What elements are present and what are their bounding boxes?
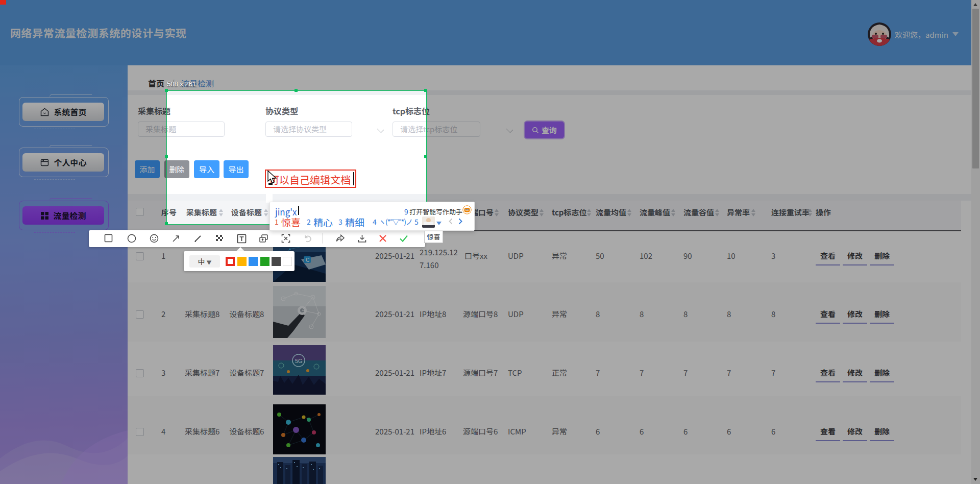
svg-text:C: C <box>306 257 309 263</box>
svg-text:5G: 5G <box>295 358 303 364</box>
